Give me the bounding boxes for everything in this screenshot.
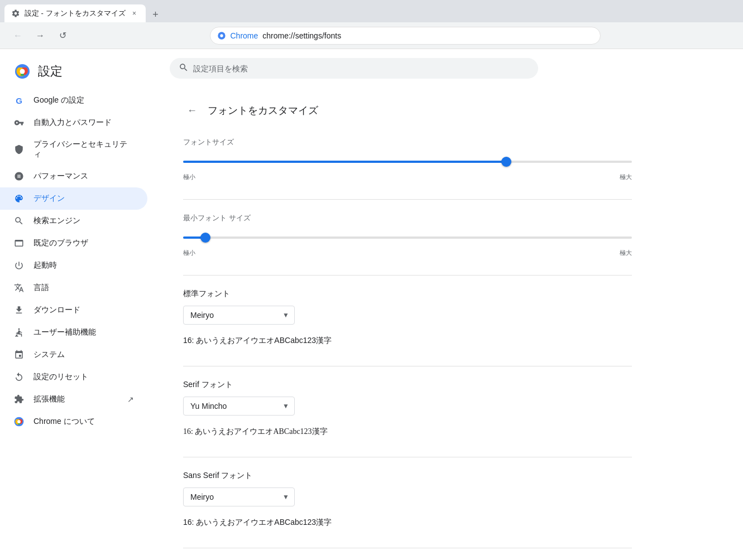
font-size-label: フォントサイズ: [183, 137, 632, 147]
tab-close-button[interactable]: ×: [130, 9, 139, 18]
active-tab[interactable]: 設定 - フォントをカスタマイズ ×: [4, 4, 146, 22]
divider-1: [183, 199, 632, 200]
sidebar-label-design: デザイン: [33, 194, 65, 204]
standard-font-select[interactable]: Meiryo: [183, 306, 295, 325]
sidebar-item-about[interactable]: Chrome について: [0, 411, 147, 433]
divider-5: [183, 548, 632, 548]
sidebar-label-download: ダウンロード: [33, 305, 80, 315]
back-button[interactable]: ←: [183, 102, 201, 119]
sidebar-item-privacy[interactable]: プライバシーとセキュリティ: [0, 134, 147, 165]
settings-title: 設定: [38, 63, 63, 80]
font-size-section: フォントサイズ 極小 極大: [183, 137, 632, 181]
min-font-size-labels: 極小 極大: [183, 249, 632, 257]
search-icon: [13, 215, 25, 226]
standard-font-select-wrapper: Meiryo ▼: [183, 306, 295, 325]
sans-serif-font-section: Sans Serif フォント Meiryo ▼ 16: あいうえおアイウエオA…: [183, 471, 632, 532]
serif-font-section: Serif フォント Yu Mincho ▼ 16: あいうえおアイウエオABC…: [183, 380, 632, 441]
serif-font-select[interactable]: Yu Mincho: [183, 397, 295, 416]
sidebar-item-system[interactable]: システム: [0, 344, 147, 366]
sans-serif-font-select-wrapper: Meiryo ▼: [183, 487, 295, 506]
search-container: [170, 58, 538, 79]
min-font-size-slider-container: [183, 228, 632, 248]
puzzle-icon: [13, 394, 25, 405]
address-url: chrome://settings/fonts: [262, 31, 341, 40]
tab-title: 設定 - フォントをカスタマイズ: [25, 8, 126, 18]
sidebar-item-accessibility[interactable]: ユーザー補助機能: [0, 321, 147, 344]
sidebar-label-language: 言語: [33, 283, 49, 293]
min-font-size-label: 最小フォント サイズ: [183, 213, 632, 223]
min-font-size-section: 最小フォント サイズ 極小 極大: [183, 213, 632, 257]
palette-icon: [13, 193, 25, 204]
divider-4: [183, 457, 632, 457]
external-link-icon: ↗: [127, 395, 134, 404]
standard-font-label: 標準フォント: [183, 289, 632, 299]
top-bar: [156, 49, 743, 88]
svg-point-3: [20, 69, 25, 74]
sidebar-item-language[interactable]: 言語: [0, 277, 147, 299]
content-inner: ← フォントをカスタマイズ フォントサイズ: [156, 88, 659, 560]
reload-button[interactable]: ↺: [54, 27, 71, 45]
chrome-about-icon: [13, 416, 25, 427]
divider-3: [183, 366, 632, 366]
language-icon: [13, 282, 25, 293]
key-icon: [13, 117, 25, 128]
search-input[interactable]: [193, 64, 529, 73]
svg-point-6: [17, 420, 21, 423]
page-title: フォントをカスタマイズ: [208, 104, 318, 117]
sidebar-label-extensions: 拡張機能: [33, 394, 65, 404]
settings-layout: 設定 G Google の設定 自動入力とパスワード プライバシーとセキュリティ: [0, 49, 743, 560]
min-font-size-min-label: 極小: [183, 249, 195, 257]
browser-icon: [13, 238, 25, 249]
standard-font-preview: 16: あいうえおアイウエオABCabc123漢字: [183, 331, 632, 350]
forward-button[interactable]: →: [31, 27, 49, 45]
sidebar-label-startup: 起動時: [33, 260, 57, 271]
main-area: ← フォントをカスタマイズ フォントサイズ: [156, 49, 743, 560]
sans-serif-font-preview: 16: あいうえおアイウエオABCabc123漢字: [183, 513, 632, 532]
sidebar-item-extensions[interactable]: 拡張機能 ↗: [0, 388, 147, 411]
svg-point-1: [220, 34, 223, 37]
sidebar-label-performance: パフォーマンス: [33, 171, 88, 181]
sidebar-item-reset[interactable]: 設定のリセット: [0, 366, 147, 388]
standard-font-section: 標準フォント Meiryo ▼ 16: あいうえおアイウエオABCabc123漢…: [183, 289, 632, 350]
back-button[interactable]: ←: [9, 27, 27, 45]
sidebar-label-reset: 設定のリセット: [33, 372, 88, 382]
min-font-size-thumb[interactable]: [200, 233, 210, 243]
sidebar-item-google[interactable]: G Google の設定: [0, 89, 147, 112]
min-font-size-track: [183, 236, 632, 239]
content-area: ← フォントをカスタマイズ フォントサイズ: [156, 88, 743, 560]
sidebar-item-autofill[interactable]: 自動入力とパスワード: [0, 112, 147, 134]
sidebar-item-browser[interactable]: 既定のブラウザ: [0, 232, 147, 254]
reset-icon: [13, 371, 25, 383]
system-icon: [13, 349, 25, 360]
divider-2: [183, 275, 632, 276]
font-size-max-label: 極大: [620, 173, 632, 181]
sidebar-item-search[interactable]: 検索エンジン: [0, 210, 147, 232]
search-icon-bar: [179, 62, 189, 74]
sidebar-item-design[interactable]: デザイン: [0, 187, 147, 210]
sans-serif-font-select[interactable]: Meiryo: [183, 487, 295, 506]
sidebar-label-about: Chrome について: [33, 417, 95, 427]
font-size-min-label: 極小: [183, 173, 195, 181]
font-size-labels: 極小 極大: [183, 173, 632, 181]
sidebar-label-accessibility: ユーザー補助機能: [33, 327, 96, 337]
sidebar-label-system: システム: [33, 350, 65, 360]
download-icon: [13, 305, 25, 316]
new-tab-button[interactable]: +: [148, 7, 164, 22]
gauge-icon: [13, 171, 25, 182]
tab-favicon-icon: [11, 9, 20, 18]
sidebar-item-download[interactable]: ダウンロード: [0, 299, 147, 321]
sidebar-label-browser: 既定のブラウザ: [33, 238, 88, 248]
sidebar-item-startup[interactable]: 起動時: [0, 254, 147, 277]
browser-frame: 設定 - フォントをカスタマイズ × + ← → ↺ Chrome chrome…: [0, 0, 743, 560]
sans-serif-font-label: Sans Serif フォント: [183, 471, 632, 481]
font-size-track: [183, 161, 632, 163]
settings-title-area: 設定: [0, 58, 156, 89]
font-size-thumb[interactable]: [501, 157, 511, 167]
font-size-slider-container: [183, 152, 632, 172]
serif-font-preview: 16: あいうえおアイウエオABCabc123漢字: [183, 422, 632, 441]
min-font-size-max-label: 極大: [620, 249, 632, 257]
sidebar-item-performance[interactable]: パフォーマンス: [0, 165, 147, 187]
tab-bar: 設定 - フォントをカスタマイズ × +: [0, 0, 743, 22]
address-bar[interactable]: Chrome chrome://settings/fonts: [210, 27, 601, 45]
page-header: ← フォントをカスタマイズ: [183, 102, 632, 119]
